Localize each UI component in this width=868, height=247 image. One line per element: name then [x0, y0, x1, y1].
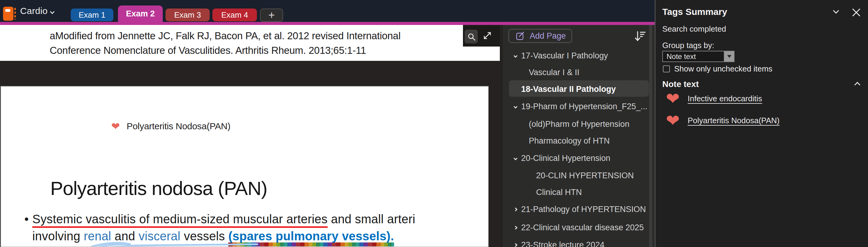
light-blue-pen-scribble [89, 242, 263, 247]
expand-button[interactable] [483, 31, 492, 40]
chevron-down-icon[interactable] [50, 9, 55, 14]
citation-line-2: Conference Nomenclature of Vasculitides.… [50, 43, 500, 58]
heart-icon: ❤ [666, 90, 680, 107]
page-label: 21-Pathology of HYPERTENSION [521, 205, 646, 214]
page-item-19-pharm-of-hypertension[interactable]: 19-Pharm of Hypertension_F25_... [503, 102, 655, 111]
citation-line-1: aModified from Jennette JC, Falk RJ, Bac… [50, 29, 500, 43]
add-page-button[interactable]: Add Page [508, 29, 572, 43]
pages-panel: Add Page 17-Vascular I Pathology Vascula… [502, 25, 655, 247]
slide-title: Polyarteritis nodosa (PAN) [50, 177, 267, 199]
page-item-pharmacology-of-htn[interactable]: Pharmacology of HTN [503, 136, 655, 145]
heart-icon: ❤ [111, 121, 120, 132]
chevron-down-icon[interactable] [512, 157, 519, 160]
chevron-down-icon[interactable] [834, 8, 838, 14]
chevron-down-icon[interactable] [512, 105, 519, 108]
slide-bullet-block: •Systemic vasculitis of medium-sized mus… [24, 211, 488, 245]
dropdown-arrow-button[interactable] [724, 51, 734, 62]
panel-title: Tags Summary [662, 7, 727, 17]
page-item-22-clinical-vascular-disease[interactable]: 22-Clinical vascular disease 2025 [503, 223, 655, 232]
line2-plain-text: and [111, 230, 139, 243]
note-tag-text: Polyarteritis Nodosa(PAN) [127, 121, 230, 132]
page-label: 22-Clinical vascular disease 2025 [521, 223, 644, 233]
tag-result-infective-endocarditis[interactable]: ❤ Infective endocarditis [666, 90, 762, 107]
chevron-right-icon[interactable] [512, 226, 519, 229]
heart-icon: ❤ [666, 112, 680, 129]
tab-exam-1[interactable]: Exam 1 [71, 8, 113, 21]
tab-label: Exam 4 [221, 10, 248, 20]
red-underlined-text: Systemic vasculitis of medium-sized musc… [32, 212, 328, 228]
tag-result-polyarteritis-nodosa[interactable]: ❤ Polyarteritis Nodosa(PAN) [666, 112, 780, 129]
compose-icon [516, 31, 525, 40]
page-item-18-vascular-ii-pathology[interactable]: 18-Vascular II Pathology [503, 84, 655, 94]
group-by-dropdown[interactable]: Note text [662, 51, 735, 62]
bullet-line1-rest: and small arteri [328, 212, 415, 226]
tab-label: Exam 3 [174, 10, 201, 20]
line2-plain-text: vessels [180, 230, 228, 243]
show-only-unchecked-row[interactable]: Show only unchecked items [663, 64, 772, 74]
page-item-17-vascular-i-pathology[interactable]: 17-Vascular I Pathology [503, 51, 655, 60]
checkbox-label: Show only unchecked items [674, 64, 772, 74]
top-bar: Cardio Exam 1 Exam 2 Exam 3 Exam 4 + [0, 0, 655, 22]
close-icon[interactable] [852, 7, 860, 15]
dropdown-arrow-icon [727, 55, 732, 58]
group-tags-by-label: Group tags by: [662, 41, 714, 50]
notebook-icon [3, 7, 13, 21]
checkbox-unchecked[interactable] [663, 65, 670, 72]
note-tag-row: ❤ Polyarteritis Nodosa(PAN) [111, 121, 230, 132]
tab-label: Exam 1 [79, 10, 105, 20]
page-label: 19-Pharm of Hypertension_F25_... [521, 102, 647, 111]
chevron-down-icon[interactable] [512, 55, 519, 57]
sort-descending-icon [634, 30, 646, 43]
active-section-accent-line [0, 22, 655, 25]
page-item-vascular-i-and-ii[interactable]: Vascular I & II [503, 68, 655, 77]
page-label: 23-Stroke lecture 2024 [521, 240, 604, 247]
page-item-20-clinical-hypertension[interactable]: 20-Clinical Hypertension [503, 153, 655, 163]
chevron-up-icon[interactable] [855, 83, 860, 88]
bullet-glyph: • [24, 211, 32, 227]
notebook-switcher[interactable]: Cardio [20, 6, 48, 16]
page-label: 17-Vascular I Pathology [521, 51, 608, 61]
expand-icon [483, 31, 492, 40]
page-item-21-pathology-of-hypertension[interactable]: 21-Pathology of HYPERTENSION [503, 205, 655, 214]
chevron-right-icon[interactable] [512, 208, 519, 211]
tag-link[interactable]: Infective endocarditis [688, 94, 762, 103]
line2-blue-word-renal: renal [84, 230, 111, 243]
page-label: 20-Clinical Hypertension [521, 153, 611, 163]
tab-label: Exam 2 [126, 9, 155, 19]
page-label: Vascular I & II [529, 68, 579, 77]
find-on-page-overlay [463, 25, 500, 46]
search-button[interactable] [464, 29, 478, 44]
sort-pages-button[interactable] [634, 30, 646, 43]
page-label: Pharmacology of HTN [529, 136, 610, 146]
page-label: (old)Pharm of Hypertension [529, 119, 629, 129]
tab-exam-3[interactable]: Exam 3 [165, 8, 210, 21]
page-item-old-pharm-of-hypertension[interactable]: (old)Pharm of Hypertension [503, 119, 655, 129]
add-section-button[interactable]: + [260, 8, 283, 22]
page-label: 18-Vascular II Pathology [521, 84, 616, 94]
tags-summary-panel: Tags Summary Search completed Group tags… [655, 0, 868, 247]
line2-plain-text: involving [32, 230, 84, 243]
add-page-label: Add Page [530, 31, 566, 41]
app-window: Cardio Exam 1 Exam 2 Exam 3 Exam 4 + aMo… [0, 0, 868, 247]
section-header-note-text: Note text [662, 79, 699, 89]
citation-page-fragment: aModified from Jennette JC, Falk RJ, Bac… [0, 25, 500, 61]
page-item-clinical-htn[interactable]: Clinical HTN [503, 188, 655, 197]
slide-page[interactable]: ❤ Polyarteritis Nodosa(PAN) Polyarteriti… [1, 86, 489, 247]
page-item-20-clin-hypertension[interactable]: 20-CLIN HYPERTENSION [503, 171, 655, 180]
line2-blue-word-visceral: visceral [139, 230, 180, 243]
page-label: Clinical HTN [536, 188, 582, 197]
page-label: 20-CLIN HYPERTENSION [536, 171, 634, 180]
chevron-right-icon[interactable] [512, 244, 519, 246]
dropdown-selected-value: Note text [663, 52, 724, 61]
search-status: Search completed [662, 24, 726, 34]
page-item-23-stroke-lecture[interactable]: 23-Stroke lecture 2024 [503, 240, 655, 247]
bullet-line-1: •Systemic vasculitis of medium-sized mus… [24, 211, 488, 228]
magnifier-icon [467, 33, 476, 41]
tag-link[interactable]: Polyarteritis Nodosa(PAN) [688, 116, 780, 125]
tab-exam-4[interactable]: Exam 4 [212, 8, 257, 21]
